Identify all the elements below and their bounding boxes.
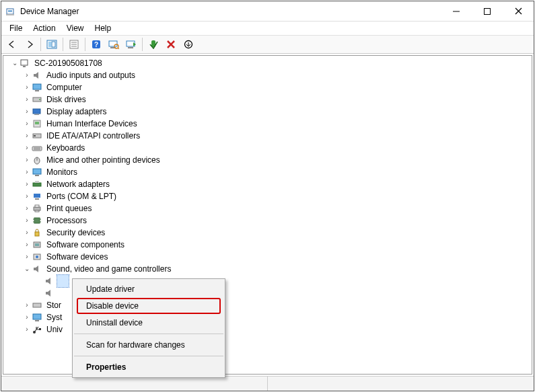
svg-rect-57 [35, 232, 39, 236]
tree-item-ports[interactable]: › Ports (COM & LPT) [3, 190, 532, 202]
expand-icon[interactable]: › [22, 106, 32, 118]
uninstall-device-button[interactable] [163, 37, 179, 52]
update-driver-button[interactable] [123, 37, 139, 52]
minimize-button[interactable] [441, 1, 472, 21]
expand-icon[interactable]: › [22, 69, 32, 81]
svg-rect-46 [35, 181, 39, 183]
titlebar: Device Manager [1, 1, 534, 22]
tree-item-display[interactable]: › Display adapters [3, 106, 532, 118]
separator [40, 38, 41, 51]
expand-icon[interactable]: › [22, 166, 32, 178]
expand-icon[interactable]: › [22, 323, 32, 336]
menu-file[interactable]: File [4, 22, 28, 34]
expand-icon[interactable]: › [22, 178, 32, 190]
back-button[interactable] [4, 37, 20, 52]
svg-rect-52 [34, 218, 40, 223]
tree-root[interactable]: ⌄ SC-201905081708 [3, 57, 532, 69]
expand-icon[interactable]: › [22, 311, 32, 323]
menu-update-driver[interactable]: Update driver [73, 280, 225, 298]
tree-item-network[interactable]: › Network adapters [3, 178, 532, 190]
tree-item-swcomponents[interactable]: › Software components [3, 239, 532, 251]
tree-item-security[interactable]: › Security devices [3, 227, 532, 239]
svg-rect-50 [35, 205, 39, 207]
expand-icon[interactable]: › [22, 227, 32, 239]
expand-icon[interactable]: › [22, 202, 32, 214]
maximize-button[interactable] [472, 1, 503, 21]
storage-icon [32, 300, 42, 311]
disk-icon [32, 94, 42, 105]
selected-device-label [57, 275, 69, 287]
system-icon [32, 312, 42, 323]
svg-rect-43 [33, 169, 41, 174]
properties-button[interactable] [66, 37, 82, 52]
menu-disable-device[interactable]: Disable device [77, 298, 221, 314]
expand-icon[interactable]: › [22, 142, 32, 154]
expand-icon[interactable]: › [22, 154, 32, 166]
computer-root-icon [20, 58, 30, 69]
svg-rect-32 [33, 109, 40, 114]
speaker-icon [44, 276, 55, 286]
printer-icon [32, 203, 42, 214]
close-button[interactable] [503, 1, 534, 21]
menu-help[interactable]: Help [90, 22, 117, 34]
toolbar: ? [1, 35, 534, 54]
svg-rect-8 [48, 42, 51, 47]
show-hide-tree-button[interactable] [44, 37, 60, 52]
svg-rect-2 [6, 14, 14, 15]
expand-icon[interactable]: › [22, 190, 32, 202]
menu-uninstall-device[interactable]: Uninstall device [73, 314, 225, 331]
separator [142, 38, 143, 51]
menu-view[interactable]: View [61, 22, 90, 34]
menu-properties[interactable]: Properties [73, 358, 225, 376]
tree-item-swdevices[interactable]: › Software devices [3, 251, 532, 263]
tree-item-keyboards[interactable]: › Keyboards [3, 142, 532, 154]
tree-item-sound[interactable]: ⌄ Sound, video and game controllers [3, 263, 532, 275]
expand-icon[interactable]: › [22, 130, 32, 142]
svg-rect-59 [35, 243, 39, 246]
tree-item-computer[interactable]: › Computer [3, 81, 532, 93]
svg-rect-1 [8, 10, 12, 12]
expand-icon[interactable]: › [22, 299, 32, 311]
tree-item-ide[interactable]: › IDE ATA/ATAPI controllers [3, 130, 532, 142]
hid-icon [32, 118, 42, 129]
tree-item-mice[interactable]: › Mice and other pointing devices [3, 154, 532, 166]
tree-item-hid[interactable]: › Human Interface Devices [3, 118, 532, 130]
svg-rect-62 [33, 303, 41, 307]
expand-icon[interactable]: › [22, 251, 32, 263]
svg-rect-35 [35, 122, 39, 124]
svg-rect-44 [35, 175, 39, 176]
tree-item-disk[interactable]: › Disk drives [3, 93, 532, 106]
enable-device-button[interactable] [145, 37, 162, 52]
menu-scan-hardware[interactable]: Scan for hardware changes [73, 336, 225, 354]
scan-hardware-button[interactable] [106, 37, 122, 52]
collapse-icon[interactable]: ⌄ [10, 57, 20, 69]
collapse-icon[interactable]: ⌄ [22, 263, 32, 275]
expand-icon[interactable]: › [22, 93, 32, 106]
menu-separator [74, 356, 223, 356]
menu-separator [74, 334, 223, 334]
tree-item-processors[interactable]: › Processors [3, 214, 532, 227]
svg-point-61 [36, 256, 38, 258]
tree-item-printqueues[interactable]: › Print queues [3, 202, 532, 214]
monitor-icon [32, 82, 42, 93]
tree-item-audio[interactable]: › Audio inputs and outputs [3, 69, 532, 81]
svg-rect-48 [35, 198, 39, 200]
help-button[interactable]: ? [88, 37, 104, 52]
expand-icon[interactable]: › [22, 214, 32, 227]
expand-icon[interactable]: › [22, 239, 32, 251]
disable-device-button[interactable] [180, 37, 197, 52]
window-title: Device Manager [20, 7, 441, 16]
window-controls [441, 1, 534, 21]
menubar: File Action View Help [1, 22, 534, 35]
svg-rect-33 [34, 114, 39, 115]
svg-line-19 [118, 48, 119, 49]
forward-button[interactable] [22, 37, 38, 52]
expand-icon[interactable]: › [22, 118, 32, 130]
menu-action[interactable]: Action [28, 22, 61, 34]
port-icon [32, 191, 42, 202]
svg-point-31 [39, 99, 40, 100]
expand-icon[interactable]: › [22, 81, 32, 93]
separator [85, 38, 85, 51]
display-adapter-icon [32, 106, 42, 117]
tree-item-monitors[interactable]: › Monitors [3, 166, 532, 178]
